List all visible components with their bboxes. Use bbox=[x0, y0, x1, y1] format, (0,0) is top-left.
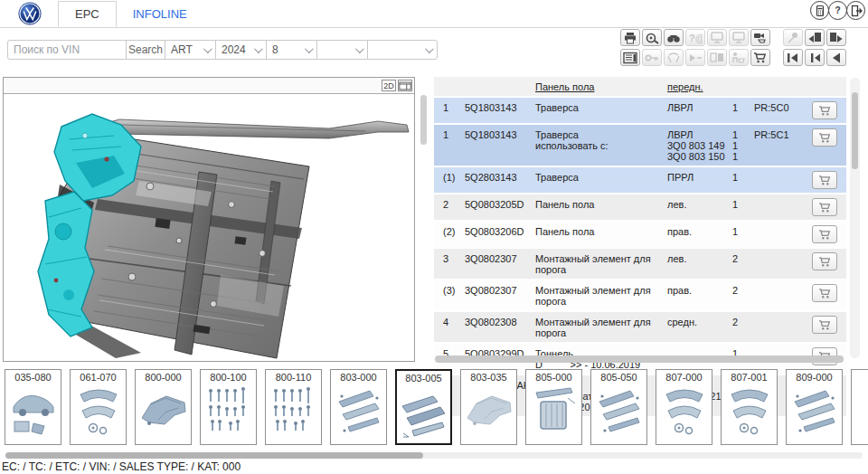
person-cart-button[interactable] bbox=[729, 49, 749, 66]
table-row[interactable]: 1 5Q1803143 Траверса ЛВРЛ 1 PR:5C0 bbox=[434, 98, 846, 125]
month-select[interactable]: 8 bbox=[266, 40, 317, 60]
quantity: 1 bbox=[731, 98, 752, 123]
catalog-select[interactable]: ART bbox=[165, 40, 216, 60]
binoculars-search-button[interactable] bbox=[664, 29, 684, 46]
description: Монтажный элемент для порога bbox=[533, 280, 665, 310]
add-to-cart-button[interactable] bbox=[812, 225, 837, 243]
pr-code: PR:5C0 bbox=[752, 98, 799, 123]
search-button[interactable]: Search bbox=[126, 40, 165, 60]
add-to-cart-button[interactable] bbox=[812, 101, 837, 119]
suspension-button[interactable] bbox=[664, 49, 684, 66]
thumbnail-800-110[interactable]: 800-110 bbox=[265, 369, 322, 445]
variant-select[interactable] bbox=[367, 40, 438, 60]
model: лев. bbox=[665, 249, 731, 279]
pos: 1 bbox=[434, 98, 463, 123]
calculator-icon[interactable] bbox=[810, 1, 829, 20]
search-bar: Search ART 2024 8 bbox=[7, 40, 438, 60]
part-number: 5Q1803143 bbox=[463, 98, 533, 123]
add-to-cart-button[interactable] bbox=[812, 128, 837, 147]
table-horizontal-scrollbar[interactable] bbox=[435, 356, 844, 363]
header-group-link[interactable]: Панель пола bbox=[535, 81, 594, 92]
pos: 1 bbox=[434, 125, 463, 166]
cart-button[interactable] bbox=[750, 49, 770, 66]
header-position-link[interactable]: передн. bbox=[667, 81, 703, 92]
thumbnail-805-050[interactable]: 805-050 bbox=[590, 369, 647, 445]
elsa-button[interactable] bbox=[707, 29, 727, 46]
vw-logo bbox=[18, 2, 42, 25]
pr-code bbox=[752, 280, 799, 310]
help-icon[interactable]: ? bbox=[828, 1, 847, 20]
add-to-cart-button[interactable] bbox=[812, 252, 837, 270]
thumbnail-label: 803-035 bbox=[470, 372, 506, 383]
thumbnail-061-070[interactable]: 061-070 bbox=[70, 369, 127, 445]
depot-button[interactable] bbox=[729, 29, 749, 46]
tab-epc[interactable]: EPC bbox=[58, 1, 117, 27]
quantity: 1 bbox=[731, 222, 752, 247]
nav-first-button[interactable] bbox=[783, 49, 803, 66]
thumbnail-800-100[interactable]: 800-100 bbox=[200, 369, 257, 445]
help-at-button[interactable] bbox=[685, 29, 705, 46]
toolbar bbox=[620, 29, 846, 66]
nav-back-button[interactable] bbox=[826, 49, 846, 66]
table-row[interactable]: 1 5Q1803143 Траверса использовать с: ЛВР… bbox=[434, 125, 846, 167]
pos: 3 bbox=[434, 249, 463, 279]
thumbnail-803-035[interactable]: 803-035 bbox=[460, 369, 517, 445]
thumbnail-807-000[interactable]: 807-000 bbox=[656, 369, 712, 445]
model-select[interactable] bbox=[316, 40, 368, 60]
quantity: 1 bbox=[731, 194, 752, 220]
year-select-value: 2024 bbox=[222, 43, 246, 56]
quantity: 2 bbox=[731, 249, 752, 279]
table-row[interactable]: 3 3Q0802307 Монтажный элемент для порога… bbox=[434, 249, 846, 280]
viewer-scrollbar[interactable] bbox=[419, 79, 428, 361]
thumbnail-scrollbar[interactable] bbox=[5, 452, 863, 459]
table-vertical-scrollbar[interactable] bbox=[850, 78, 860, 358]
view-2d-button[interactable]: 2D bbox=[382, 80, 396, 91]
part-number: 5Q2803143 bbox=[463, 167, 533, 193]
add-to-cart-button[interactable] bbox=[812, 316, 837, 334]
add-to-cart-button[interactable] bbox=[812, 284, 837, 302]
thumbnail-035-080[interactable]: 035-080 bbox=[5, 369, 61, 445]
exit-icon[interactable] bbox=[846, 1, 865, 20]
page-next-button[interactable] bbox=[826, 29, 846, 46]
thumbnail-partial[interactable] bbox=[851, 369, 868, 445]
part-diagram[interactable] bbox=[4, 94, 414, 362]
description: Панель пола bbox=[533, 222, 665, 247]
add-to-cart-button[interactable] bbox=[812, 171, 837, 189]
thumbnail-803-005-selected[interactable]: 803-005 bbox=[395, 369, 452, 445]
detach-window-button[interactable] bbox=[398, 80, 412, 91]
wheel-search-button[interactable] bbox=[642, 29, 662, 46]
table-row[interactable]: (1) 5Q2803143 Траверса ПРРЛ 1 bbox=[434, 167, 846, 194]
description: Траверса bbox=[533, 167, 665, 193]
thumbnail-807-001[interactable]: 807-001 bbox=[721, 369, 778, 445]
add-to-cart-button[interactable] bbox=[812, 198, 837, 216]
print-button[interactable] bbox=[620, 29, 640, 46]
nav-previous-button[interactable] bbox=[805, 49, 825, 66]
monitor-button[interactable] bbox=[707, 49, 727, 66]
page-previous-button[interactable] bbox=[805, 29, 825, 46]
pr-code: PR:5C1 bbox=[752, 125, 799, 166]
vin-search-input[interactable] bbox=[7, 40, 127, 60]
thumbnail-800-000[interactable]: 800-000 bbox=[135, 369, 192, 445]
thumbnail-809-000[interactable]: 809-000 bbox=[786, 369, 843, 445]
part-number: 3Q0802307 bbox=[463, 280, 533, 310]
camera-cart-button[interactable] bbox=[750, 29, 770, 46]
chevron-down-icon bbox=[254, 44, 263, 53]
table-row[interactable]: (3) 3Q0802307 Монтажный элемент для поро… bbox=[434, 280, 846, 312]
key-button[interactable] bbox=[642, 49, 662, 66]
table-row[interactable]: (2) 5Q0803206D Панель пола прав. 1 bbox=[434, 222, 846, 249]
pr-code bbox=[752, 222, 799, 247]
thumbnail-805-000[interactable]: 805-000 bbox=[525, 369, 582, 445]
tab-infoline[interactable]: INFOLINE bbox=[117, 1, 203, 27]
description: Траверса использовать с: bbox=[533, 125, 665, 166]
quantity: 1 bbox=[731, 167, 752, 193]
thumbnail-803-000[interactable]: 803-000 bbox=[330, 369, 387, 445]
month-select-value: 8 bbox=[272, 43, 278, 56]
table-row[interactable]: 4 3Q0802308 Монтажный элемент для порога… bbox=[434, 312, 846, 344]
table-row[interactable]: 2 5Q0803205D Панель пола лев. 1 bbox=[434, 194, 846, 222]
part-viewer: 2D bbox=[3, 77, 415, 362]
year-select[interactable]: 2024 bbox=[215, 40, 267, 60]
thumbnail-label: 803-000 bbox=[340, 372, 376, 383]
play-minus-button[interactable] bbox=[685, 49, 705, 66]
list-view-button[interactable] bbox=[620, 49, 640, 66]
pin-button[interactable] bbox=[783, 29, 803, 46]
